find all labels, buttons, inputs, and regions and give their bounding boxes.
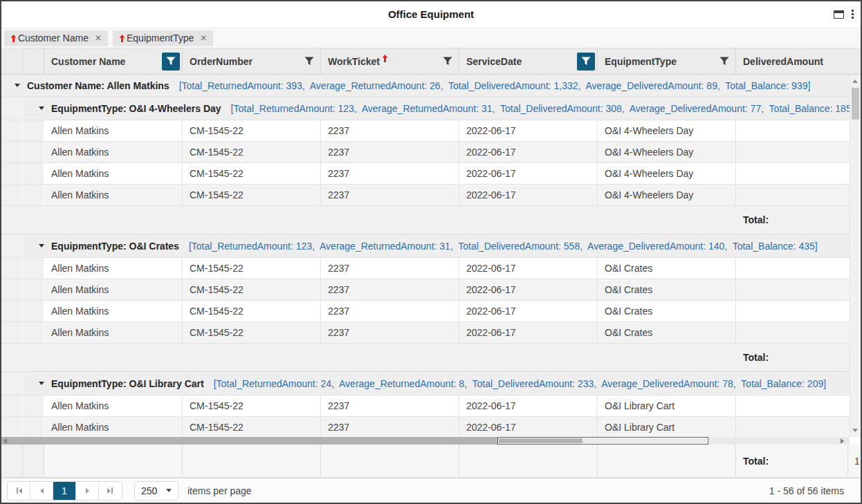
table-row[interactable]: Allen MatkinsCM-1545-2222372022-06-17O&I… bbox=[1, 395, 850, 417]
collapse-icon[interactable] bbox=[39, 382, 44, 385]
table-row[interactable]: Allen MatkinsCM-1545-2222372022-06-17O&I… bbox=[1, 279, 850, 301]
column-header-servicedate[interactable]: ServiceDate bbox=[459, 48, 598, 74]
table-cell bbox=[736, 185, 850, 205]
table-cell: 2022-06-17 bbox=[459, 163, 598, 184]
table-cell: O&I Crates bbox=[598, 322, 736, 343]
table-row[interactable]: Allen MatkinsCM-1545-2222372022-06-17O&I… bbox=[1, 258, 850, 279]
close-icon[interactable]: ✕ bbox=[200, 33, 207, 43]
window-icon[interactable] bbox=[834, 10, 844, 19]
table-row[interactable]: Allen MatkinsCM-1545-2222372022-06-17O&I… bbox=[1, 185, 850, 206]
pager-buttons: 1 bbox=[7, 481, 122, 501]
row-indent-cell bbox=[1, 301, 23, 321]
first-page-button[interactable] bbox=[8, 482, 30, 500]
header-spacer-cell bbox=[23, 48, 44, 74]
table-cell: O&I Crates bbox=[598, 258, 736, 279]
table-cell: Allen Matkins bbox=[44, 322, 183, 343]
table-cell: 2022-06-17 bbox=[459, 120, 598, 141]
footer-clipped-value: 1 bbox=[854, 456, 859, 467]
footer-indent-cell bbox=[1, 445, 23, 477]
footer-cell bbox=[321, 445, 459, 477]
table-cell bbox=[736, 395, 850, 416]
table-cell: O&I Library Cart bbox=[598, 395, 736, 416]
vertical-scrollbar[interactable] bbox=[850, 75, 861, 437]
group-row-label: Customer Name: Allen Matkins bbox=[27, 80, 169, 91]
table-row[interactable]: Allen MatkinsCM-1545-2222372022-06-17O&I… bbox=[1, 163, 850, 185]
table-cell: O&I 4-Wheelers Day bbox=[598, 185, 736, 205]
table-cell bbox=[736, 301, 850, 321]
footer-indent-cell bbox=[23, 445, 44, 477]
row-indent-cell bbox=[1, 258, 23, 279]
title-bar-icons bbox=[834, 10, 854, 19]
table-row[interactable]: Allen MatkinsCM-1545-2222372022-06-17O&I… bbox=[1, 301, 850, 322]
horizontal-scrollbar-thumb[interactable] bbox=[497, 437, 708, 445]
equipment-group-row: EquipmentType: O&I 4-Wheelers Day[Total_… bbox=[1, 97, 850, 120]
table-row[interactable]: Allen MatkinsCM-1545-2222372022-06-17O&I… bbox=[1, 322, 850, 344]
filter-icon[interactable] bbox=[300, 53, 318, 71]
filter-icon[interactable] bbox=[577, 53, 595, 71]
row-indent-cell bbox=[23, 417, 44, 437]
filter-icon[interactable] bbox=[715, 53, 733, 71]
scroll-right-icon[interactable] bbox=[841, 438, 844, 444]
grid-body: Customer Name: Allen Matkins[Total_Retur… bbox=[1, 75, 850, 437]
table-row[interactable]: Allen MatkinsCM-1545-2222372022-06-17O&I… bbox=[1, 417, 850, 437]
table-cell: 2237 bbox=[321, 142, 459, 162]
column-header-ordernumber[interactable]: OrderNumber bbox=[183, 48, 321, 74]
scroll-down-icon[interactable] bbox=[852, 429, 858, 432]
table-cell: Allen Matkins bbox=[44, 142, 183, 162]
column-header-label: OrderNumber bbox=[190, 56, 253, 67]
group-chip-equipmenttype[interactable]: EquipmentType✕ bbox=[113, 30, 213, 46]
table-cell: 2237 bbox=[321, 322, 459, 343]
chevron-down-icon bbox=[166, 489, 172, 492]
filter-icon[interactable] bbox=[439, 53, 457, 71]
scroll-left-icon[interactable] bbox=[3, 438, 7, 444]
equipment-group-row: EquipmentType: O&I Crates[Total_Returned… bbox=[1, 234, 850, 258]
page-size-value: 250 bbox=[141, 485, 157, 496]
column-header-equipmenttype[interactable]: EquipmentType bbox=[598, 48, 736, 74]
table-cell: O&I Crates bbox=[598, 279, 736, 300]
group-indent-cell bbox=[1, 234, 23, 257]
previous-page-button[interactable] bbox=[30, 482, 53, 500]
last-page-icon bbox=[107, 488, 111, 494]
last-page-button[interactable] bbox=[99, 482, 122, 500]
row-indent-cell bbox=[23, 185, 44, 205]
group-row-label: EquipmentType: O&I 4-Wheelers Day bbox=[51, 103, 221, 114]
next-page-button[interactable] bbox=[76, 482, 99, 500]
table-cell: CM-1545-22 bbox=[183, 258, 321, 279]
group-row-label: EquipmentType: O&I Crates bbox=[51, 241, 179, 252]
collapse-icon[interactable] bbox=[39, 244, 44, 248]
collapse-icon[interactable] bbox=[39, 106, 44, 110]
table-cell bbox=[736, 258, 850, 279]
group-total-row: Total: bbox=[1, 206, 850, 234]
equipment-group-row: EquipmentType: O&I Library Cart[Total_Re… bbox=[1, 372, 850, 395]
kebab-menu-icon[interactable] bbox=[852, 10, 854, 19]
table-row[interactable]: Allen MatkinsCM-1545-2222372022-06-17O&I… bbox=[1, 142, 850, 163]
table-cell: CM-1545-22 bbox=[183, 417, 321, 437]
close-icon[interactable]: ✕ bbox=[95, 33, 102, 43]
table-row[interactable]: Allen MatkinsCM-1545-2222372022-06-17O&I… bbox=[1, 120, 850, 142]
column-header-customer-name[interactable]: Customer Name bbox=[44, 48, 183, 74]
vertical-scrollbar-thumb[interactable] bbox=[852, 88, 859, 120]
page-title: Office Equipment bbox=[1, 1, 861, 28]
column-header-workticket[interactable]: WorkTicket bbox=[321, 48, 459, 74]
group-total-label: Total: bbox=[743, 214, 769, 225]
items-per-page-label: items per page bbox=[187, 485, 252, 496]
table-cell: 2022-06-17 bbox=[459, 279, 598, 300]
collapse-icon[interactable] bbox=[15, 84, 20, 87]
app-window: Office Equipment Customer Name✕Equipment… bbox=[0, 0, 862, 504]
scroll-up-icon[interactable] bbox=[852, 80, 858, 83]
page-size-dropdown[interactable]: 250 bbox=[134, 481, 178, 501]
row-indent-cell bbox=[23, 395, 44, 416]
group-total-row: Total: bbox=[1, 344, 850, 372]
table-cell: 2022-06-17 bbox=[459, 258, 598, 279]
table-cell: Allen Matkins bbox=[44, 417, 183, 437]
table-cell: 2237 bbox=[321, 301, 459, 321]
row-indent-cell bbox=[1, 279, 23, 300]
page-1-button[interactable]: 1 bbox=[53, 482, 76, 500]
group-chip-customer-name[interactable]: Customer Name✕ bbox=[4, 30, 108, 46]
column-header-deliveredamount[interactable]: DeliveredAmount bbox=[736, 48, 861, 74]
horizontal-scrollbar[interactable] bbox=[1, 437, 850, 445]
footer-cell bbox=[183, 445, 321, 477]
filter-icon[interactable] bbox=[162, 53, 180, 71]
horizontal-scrollbar-track[interactable] bbox=[1, 437, 583, 445]
table-cell: O&I 4-Wheelers Day bbox=[598, 120, 736, 141]
